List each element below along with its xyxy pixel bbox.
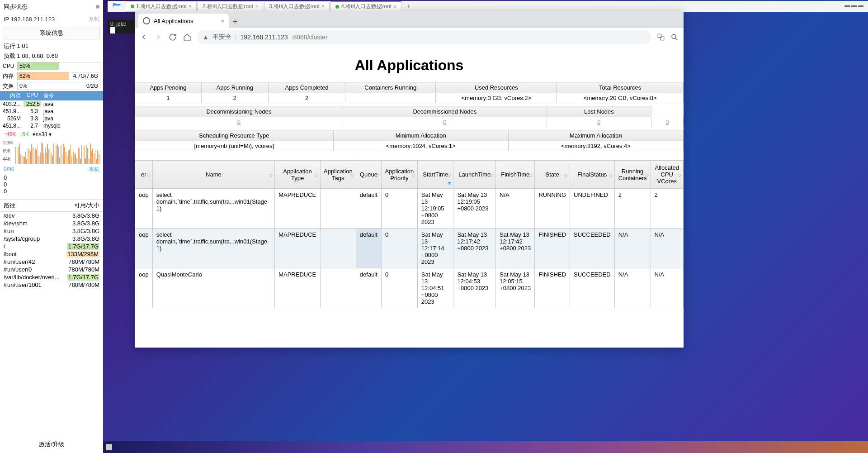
process-row[interactable]: 451.9...5.3java (0, 108, 103, 115)
zero-metric: 0 (0, 174, 103, 181)
ip-label: IP 192.168.211.123 (4, 16, 55, 23)
column-header[interactable]: LaunchTime◇ (453, 161, 496, 189)
page-title: All Applications (135, 46, 684, 82)
process-table-header: 内存 CPU 命令 (0, 91, 103, 100)
forward-button[interactable] (154, 33, 163, 42)
filesystem-row[interactable]: /boot133M/296M (0, 250, 103, 258)
cluster-metrics-table: Apps PendingApps RunningApps CompletedCo… (135, 82, 684, 103)
metric-link[interactable]: 0 (665, 119, 669, 125)
column-header[interactable]: StartTime◇▾ (417, 161, 453, 189)
system-info-button[interactable]: 系统信息 (4, 27, 99, 39)
network-interface-select[interactable]: ens33 ▾ (33, 131, 52, 138)
column-header[interactable]: Application Tags◇ (320, 161, 356, 189)
new-tab-button[interactable]: + (229, 15, 241, 28)
filesystem-row[interactable]: /run/user/1001780M/780M (0, 281, 103, 289)
metric-link[interactable]: 0 (237, 119, 241, 125)
modified-dot-icon (335, 5, 339, 9)
nodes-metrics-table: Decommissioning NodesDecommissioned Node… (135, 106, 684, 127)
ide-tab[interactable]: 1.将ttl入口去数据root× (126, 1, 197, 12)
filesystem-table: 路径可用/大小 /dev3.8G/3.8G/dev/shm3.8G/3.8G/r… (0, 199, 103, 289)
application-row[interactable]: oopselect domain,`time`,traffic,sum(tra.… (135, 229, 684, 268)
ide-tab[interactable]: 3.将ttl入口去数据root× (264, 1, 330, 12)
scheduler-metrics-table: Scheduling Resource TypeMinimum Allocati… (135, 130, 684, 151)
close-icon[interactable]: × (189, 3, 192, 10)
filesystem-row[interactable]: /dev/shm3.8G/3.8G (0, 219, 103, 227)
home-button[interactable] (183, 33, 192, 42)
back-button[interactable] (139, 33, 148, 42)
process-row[interactable]: 451.8...2.7mysqld (0, 122, 103, 129)
column-header[interactable]: Application Priority◇ (381, 161, 417, 189)
folder-open-icon[interactable] (112, 2, 121, 11)
zero-metric: 0 (0, 188, 103, 195)
column-header[interactable]: er◇ (135, 161, 153, 189)
filesystem-row[interactable]: /run/user/42780M/780M (0, 258, 103, 266)
ping-row: 0ms 本机 (0, 165, 103, 174)
svg-point-2 (672, 34, 676, 38)
column-header[interactable]: FinishTime◇ (496, 161, 535, 189)
column-header[interactable]: Application Type◇ (275, 161, 321, 189)
warning-triangle-icon: ▲ (203, 33, 209, 41)
filesystem-row[interactable]: /run3.8G/3.8G (0, 227, 103, 235)
ide-tab[interactable]: 2.将ttl入口去数据root× (198, 1, 263, 12)
filesystem-row[interactable]: /run/user/0780M/780M (0, 266, 103, 273)
swap-bar: 交换 0%0/2G (0, 81, 103, 91)
browser-tab[interactable]: All Applications × (138, 14, 229, 28)
terminal-panel[interactable]: 0: jdbc (108, 20, 135, 33)
activate-upgrade-link[interactable]: 激活/升级 (0, 440, 103, 448)
ide-tab[interactable]: 4.将ttl入口去数据root× (330, 1, 401, 12)
column-header[interactable]: Running Containers◇ (614, 161, 651, 189)
cpu-bar: CPU 50% (0, 61, 103, 71)
scroll-left-icon[interactable] (106, 444, 112, 450)
applications-table: er◇Name◇Application Type◇Application Tag… (135, 160, 684, 308)
column-header[interactable]: State◇ (535, 161, 570, 189)
status-dot-icon (96, 5, 99, 9)
zero-metric: 0 (0, 181, 103, 188)
taskbar[interactable] (103, 441, 868, 453)
modified-dot-icon (131, 5, 134, 8)
column-header[interactable]: FinalStatus◇ (570, 161, 615, 189)
close-icon[interactable]: × (321, 3, 325, 10)
close-icon[interactable]: × (255, 3, 258, 10)
browser-tab-strip: All Applications × + (135, 11, 684, 28)
sync-status-label: 同步状态 (4, 3, 27, 11)
close-tab-icon[interactable]: × (221, 18, 224, 24)
translate-icon[interactable] (656, 33, 665, 42)
reload-button[interactable] (168, 33, 177, 42)
download-icon: ↓6K (19, 131, 29, 138)
column-header[interactable]: Name◇ (152, 161, 274, 189)
filesystem-row[interactable]: /dev3.8G/3.8G (0, 212, 103, 219)
new-tab-icon[interactable]: + (402, 3, 415, 10)
browser-toolbar: ▲ 不安全 | 192.168.211.123:8088/cluster (135, 28, 684, 46)
filesystem-row[interactable]: /1.7G/17.7G (0, 243, 103, 250)
address-bar[interactable]: ▲ 不安全 | 192.168.211.123:8088/cluster (197, 30, 651, 44)
metric-link[interactable]: 0 (443, 119, 446, 125)
memory-bar: 内存 62%4.7G/7.6G (0, 71, 103, 81)
load-text: 负载 1.08, 0.88, 0.60 (0, 51, 103, 61)
globe-icon (143, 17, 150, 24)
copy-button[interactable]: 复制 (89, 15, 99, 23)
page-content: All Applications Apps PendingApps Runnin… (135, 46, 684, 348)
search-icon[interactable] (670, 33, 679, 42)
close-icon[interactable]: × (393, 4, 396, 10)
column-header[interactable]: Allocated CPU VCores◇ (651, 161, 684, 189)
system-monitor-panel: 同步状态 IP 192.168.211.123 复制 系统信息 运行 1:01 … (0, 0, 103, 453)
upload-icon: ↑46K (4, 131, 16, 138)
ide-tab-bar: 1.将ttl入口去数据root× 2.将ttl入口去数据root× 3.将ttl… (108, 1, 868, 12)
process-row[interactable]: 403.2...252.5java (0, 100, 103, 108)
network-chart: 128K 89K 44K (2, 140, 101, 164)
application-row[interactable]: oopselect domain,`time`,traffic,sum(tra.… (135, 189, 684, 229)
browser-window: All Applications × + ▲ 不安全 | 192.168.211… (135, 11, 684, 348)
ide-window-controls[interactable] (844, 5, 863, 7)
column-header[interactable]: Queue◇ (356, 161, 381, 189)
uptime-text: 运行 1:01 (0, 41, 103, 51)
network-stats: ↑46K ↓6K ens33 ▾ (0, 129, 103, 139)
process-row[interactable]: 526M3.3java (0, 115, 103, 122)
metric-link[interactable]: 0 (597, 119, 600, 125)
application-row[interactable]: oopQuasiMonteCarloMAPREDUCEdefault0Sat M… (135, 268, 684, 308)
filesystem-row[interactable]: /var/lib/docker/overl...1.7G/17.7G (0, 273, 103, 281)
filesystem-row[interactable]: /sys/fs/cgroup3.8G/3.8G (0, 235, 103, 243)
